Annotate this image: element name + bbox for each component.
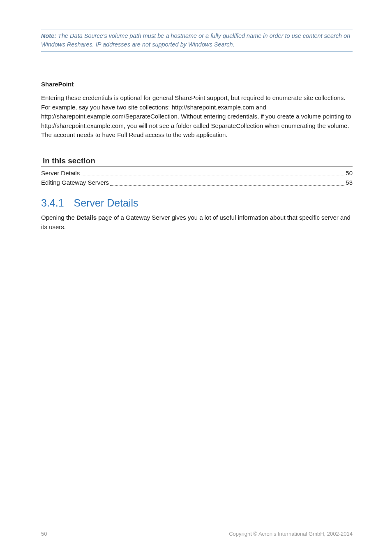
subsection-number: 3.4.1 xyxy=(41,197,64,209)
sharepoint-paragraph: Entering these credentials is optional f… xyxy=(41,93,353,140)
footer-copyright: Copyright © Acronis International GmbH, … xyxy=(229,531,353,537)
toc-row: Editing Gateway Servers 53 xyxy=(41,178,353,187)
note-label: Note: xyxy=(41,33,56,39)
toc-leader-dots xyxy=(110,178,344,186)
footer-page-number: 50 xyxy=(41,531,47,537)
note-box: Note: The Data Source's volume path must… xyxy=(41,30,353,52)
in-this-section-heading: In this section xyxy=(43,156,353,165)
subsection-text-pre: Opening the xyxy=(41,214,76,221)
section-divider xyxy=(41,166,353,167)
page-footer: 50 Copyright © Acronis International Gmb… xyxy=(41,531,353,537)
subsection-bold-word: Details xyxy=(76,214,97,221)
toc-list: Server Details 50 Editing Gateway Server… xyxy=(41,168,353,188)
toc-page-number: 50 xyxy=(346,168,353,178)
subsection-paragraph: Opening the Details page of a Gateway Se… xyxy=(41,213,353,232)
subsection-heading: 3.4.1Server Details xyxy=(41,197,353,209)
toc-row: Server Details 50 xyxy=(41,168,353,178)
toc-page-number: 53 xyxy=(346,178,353,187)
toc-title[interactable]: Editing Gateway Servers xyxy=(41,178,109,187)
sharepoint-heading: SharePoint xyxy=(41,81,353,88)
note-text: The Data Source's volume path must be a … xyxy=(41,33,350,48)
toc-leader-dots xyxy=(81,168,344,176)
toc-title[interactable]: Server Details xyxy=(41,168,80,178)
subsection-title: Server Details xyxy=(74,197,138,209)
